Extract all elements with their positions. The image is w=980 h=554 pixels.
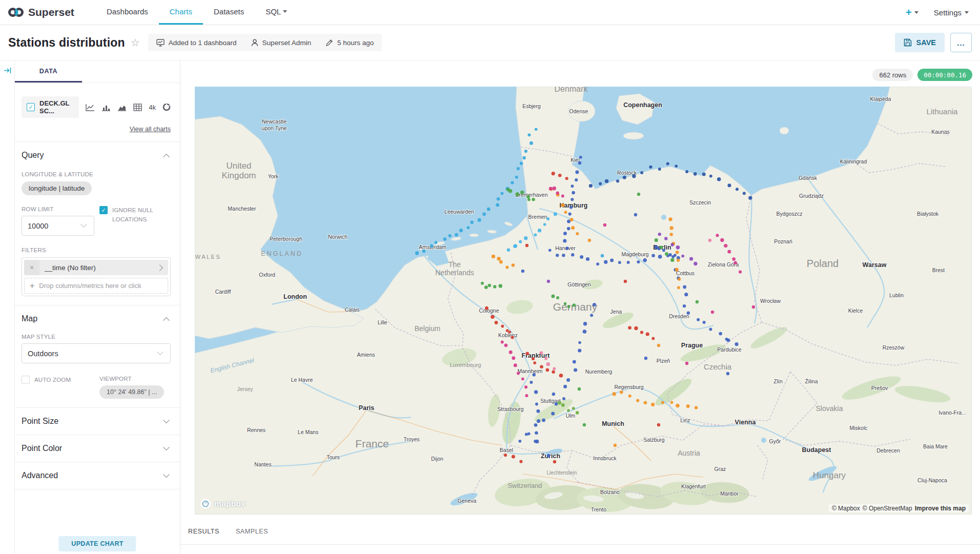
- last-modified-chip[interactable]: 5 hours ago: [325, 39, 374, 47]
- svg-text:Paris: Paris: [359, 404, 375, 412]
- line-chart-icon[interactable]: [86, 104, 95, 111]
- viz-type-row: ✓ DECK.GL SC...: [22, 96, 171, 118]
- remove-filter-icon[interactable]: ×: [24, 260, 39, 275]
- svg-text:Žilina: Žilina: [805, 378, 818, 384]
- update-chart-button[interactable]: UPDATE CHART: [58, 536, 136, 551]
- svg-text:Salzburg: Salzburg: [643, 437, 665, 443]
- viewport-pill[interactable]: 10° 24' 49.86" | ...: [99, 385, 164, 399]
- table-icon[interactable]: [133, 104, 142, 111]
- svg-text:Kiel: Kiel: [570, 157, 580, 163]
- svg-text:Gdańsk: Gdańsk: [799, 175, 818, 181]
- svg-text:Cardiff: Cardiff: [215, 289, 231, 295]
- more-options-button[interactable]: ...: [950, 33, 972, 52]
- viewport-label: VIEWPORT: [99, 376, 164, 382]
- section-advanced[interactable]: Advanced: [22, 471, 171, 480]
- svg-text:Lille: Lille: [378, 319, 387, 325]
- chevron-down-icon: [163, 471, 170, 478]
- svg-text:Poznań: Poznań: [774, 238, 792, 244]
- bar-chart-icon[interactable]: [101, 104, 111, 111]
- svg-text:Brest: Brest: [932, 267, 945, 273]
- lonlat-pill[interactable]: longitude | latitude: [22, 181, 92, 195]
- add-new-button[interactable]: +: [906, 7, 918, 18]
- nav-item-datasets[interactable]: Datasets: [203, 0, 255, 25]
- svg-text:Grudziądz: Grudziądz: [799, 193, 824, 199]
- drop-columns-area[interactable]: + Drop columns/metrics here or click: [24, 278, 168, 294]
- user-icon: [251, 39, 258, 47]
- collapse-panel-icon[interactable]: [3, 66, 12, 75]
- tab-samples[interactable]: SAMPLES: [236, 528, 268, 535]
- row-limit-select[interactable]: 10000: [22, 216, 94, 236]
- svg-text:Austria: Austria: [678, 449, 700, 457]
- svg-text:Odense: Odense: [569, 108, 588, 114]
- settings-menu[interactable]: Settings: [934, 8, 969, 17]
- section-point-color[interactable]: Point Color: [22, 444, 171, 453]
- owner-chip[interactable]: Superset Admin: [251, 39, 311, 47]
- chevron-right-icon: [156, 264, 163, 271]
- save-button[interactable]: SAVE: [895, 33, 945, 52]
- auto-zoom-checkbox-row[interactable]: AUTO ZOOM: [22, 376, 99, 385]
- superset-logo[interactable]: Superset: [8, 0, 74, 25]
- svg-text:Hanover: Hanover: [555, 245, 576, 251]
- svg-text:Le Havre: Le Havre: [291, 377, 313, 383]
- floppy-disk-icon: [904, 38, 912, 47]
- view-all-charts-link[interactable]: View all charts: [22, 126, 171, 133]
- svg-text:Basel: Basel: [500, 447, 513, 453]
- dashboards-chip[interactable]: Added to 1 dashboard: [156, 39, 237, 47]
- svg-text:Magdeburg: Magdeburg: [621, 251, 648, 257]
- svg-text:Germany: Germany: [553, 301, 598, 313]
- viz-count-badge[interactable]: 4k: [149, 104, 156, 111]
- svg-text:Zlín: Zlín: [773, 378, 783, 384]
- tab-data[interactable]: DATA: [15, 61, 82, 83]
- ignore-null-checkbox-row[interactable]: ✓ IGNORE NULL LOCATIONS: [99, 206, 164, 236]
- mapbox-logo[interactable]: mapbox: [200, 498, 246, 509]
- filter-pill[interactable]: × __time (No filter): [24, 260, 168, 275]
- filters-label: FILTERS: [22, 247, 171, 253]
- chevron-down-icon: [80, 221, 87, 228]
- nav-item-dashboards[interactable]: Dashboards: [96, 0, 159, 25]
- deckgl-map[interactable]: English Channel DenmarkUnitedKingdomLith…: [195, 87, 972, 515]
- svg-text:Oxford: Oxford: [259, 272, 275, 278]
- svg-text:Graz: Graz: [714, 466, 726, 472]
- results-tabbar: RESULTS SAMPLES: [188, 528, 268, 535]
- tab-results[interactable]: RESULTS: [188, 528, 219, 535]
- svg-text:Regensburg: Regensburg: [614, 384, 643, 390]
- svg-text:Denmark: Denmark: [555, 87, 588, 93]
- section-point-size[interactable]: Point Size: [22, 417, 171, 426]
- map-style-select[interactable]: Outdoors: [22, 343, 171, 363]
- divider: [15, 305, 180, 305]
- map-style-label: MAP STYLE: [22, 334, 171, 340]
- svg-text:Rennes: Rennes: [247, 427, 266, 433]
- viz-type-selected[interactable]: ✓ DECK.GL SC...: [22, 96, 79, 118]
- svg-text:Lithuania: Lithuania: [927, 107, 958, 116]
- nav-item-charts[interactable]: Charts: [159, 0, 203, 25]
- area-chart-icon[interactable]: [117, 104, 127, 111]
- svg-text:Miskolc: Miskolc: [849, 425, 867, 431]
- mapbox-attribution-link[interactable]: © Mapbox: [832, 505, 860, 512]
- svg-text:Slovakia: Slovakia: [816, 404, 843, 413]
- section-query[interactable]: Query: [22, 151, 171, 160]
- svg-text:Hungary: Hungary: [813, 470, 846, 480]
- svg-text:Dijon: Dijon: [431, 456, 443, 462]
- chevron-down-icon: [163, 417, 170, 423]
- svg-text:Szczecin: Szczecin: [689, 199, 711, 206]
- favorite-star-icon[interactable]: ☆: [131, 36, 140, 49]
- svg-text:Manchester: Manchester: [228, 206, 256, 212]
- svg-text:Amiens: Amiens: [357, 352, 375, 358]
- osm-attribution-link[interactable]: © OpenStreetMap: [863, 505, 912, 512]
- svg-text:Innsbruck: Innsbruck: [593, 455, 617, 461]
- navbar: Superset Dashboards Charts Datasets SQL …: [0, 0, 980, 25]
- improve-map-link[interactable]: Improve this map: [915, 505, 966, 512]
- svg-text:Kaunas: Kaunas: [931, 129, 950, 135]
- svg-text:Nuremberg: Nuremberg: [585, 368, 612, 375]
- svg-text:Klagenfurt: Klagenfurt: [681, 483, 706, 489]
- svg-text:Kielce: Kielce: [848, 307, 863, 314]
- section-map[interactable]: Map: [22, 314, 171, 323]
- svg-text:Vienna: Vienna: [735, 419, 757, 426]
- svg-text:Nantes: Nantes: [254, 461, 271, 467]
- svg-text:Prešov: Prešov: [871, 385, 888, 391]
- nav-item-sql[interactable]: SQL: [255, 0, 298, 25]
- chart-area: 662 rows 00:00:00.16: [180, 61, 980, 554]
- row-count-badge: 662 rows: [872, 69, 913, 81]
- plus-icon: +: [30, 281, 34, 291]
- donut-chart-icon[interactable]: [162, 103, 171, 111]
